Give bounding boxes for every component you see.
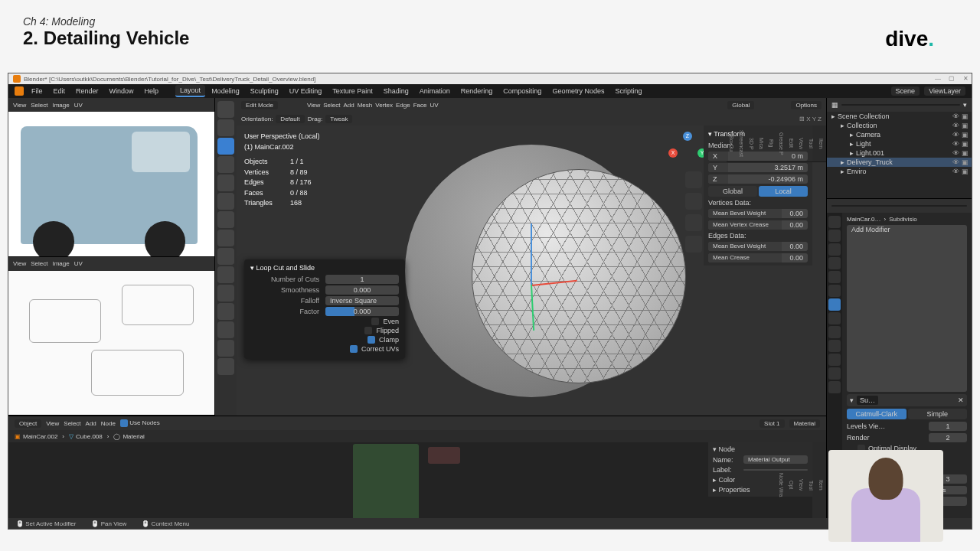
node-output[interactable] bbox=[428, 447, 460, 464]
modifier-name[interactable]: Su… bbox=[857, 396, 878, 405]
ref-menu-view[interactable]: View bbox=[13, 102, 26, 109]
vp-menu-mesh[interactable]: Mesh bbox=[358, 102, 373, 109]
ref-image-van-sketch[interactable] bbox=[8, 271, 214, 416]
perspective-icon[interactable] bbox=[685, 236, 702, 253]
viewport-3d[interactable]: Edit Mode View Select Add Mesh Vertex Ed… bbox=[215, 98, 826, 416]
cuts-field[interactable]: 1 bbox=[325, 275, 399, 284]
window-maximize[interactable]: ▢ bbox=[947, 75, 956, 83]
prop-tab-constraints[interactable] bbox=[828, 340, 841, 352]
scene-select[interactable]: Scene bbox=[891, 86, 920, 96]
vp-menu-select[interactable]: Select bbox=[323, 102, 340, 109]
pivot-dropdown[interactable]: Global bbox=[727, 101, 754, 109]
outliner-row[interactable]: ▸Camera👁▣ bbox=[827, 130, 972, 139]
catmull-btn[interactable]: Catmull-Clark bbox=[847, 409, 906, 419]
camera-icon[interactable] bbox=[685, 214, 702, 231]
vp-menu-view[interactable]: View bbox=[307, 102, 320, 109]
vp-menu-add[interactable]: Add bbox=[343, 102, 354, 109]
slot-dropdown[interactable]: Slot 1 bbox=[760, 419, 784, 428]
workspace-layout[interactable]: Layout bbox=[175, 85, 205, 97]
tool-rotate[interactable] bbox=[217, 156, 234, 173]
npanel-mbw2-val[interactable]: 0.00 bbox=[782, 242, 808, 251]
vp-menu-vertex[interactable]: Vertex bbox=[375, 102, 393, 109]
prop-tab-material[interactable] bbox=[828, 367, 841, 380]
props-bc-0[interactable]: MainCar.0… bbox=[847, 216, 880, 223]
bc-cube[interactable]: ▽Cube.008 bbox=[69, 433, 103, 440]
npanel-global-btn[interactable]: Global bbox=[708, 186, 757, 197]
levels-field[interactable]: 1 bbox=[929, 422, 967, 431]
outliner-row[interactable]: ▸Light👁▣ bbox=[827, 139, 972, 148]
blender-small-icon[interactable] bbox=[15, 86, 24, 96]
ref-image-van-color[interactable] bbox=[8, 112, 214, 256]
clamp-checkbox[interactable] bbox=[368, 336, 375, 344]
prop-tab-modifier[interactable] bbox=[828, 298, 841, 311]
tool-move[interactable] bbox=[217, 138, 234, 155]
flipped-checkbox[interactable] bbox=[364, 327, 372, 334]
workspace-modeling[interactable]: Modeling bbox=[207, 86, 244, 96]
prop-tab-render[interactable] bbox=[828, 216, 841, 228]
prop-tab-physics[interactable] bbox=[828, 326, 841, 338]
ref2-menu-uv[interactable]: UV bbox=[74, 260, 83, 267]
ntab-tool[interactable]: Tool bbox=[806, 126, 816, 162]
npanel-local-btn[interactable]: Local bbox=[759, 186, 808, 197]
modifier-delete-icon[interactable]: ✕ bbox=[958, 396, 964, 404]
viewlayer-select[interactable]: ViewLayer bbox=[924, 86, 965, 96]
workspace-sculpting[interactable]: Sculpting bbox=[246, 86, 283, 96]
tool-annotate[interactable] bbox=[217, 211, 234, 228]
prop-tab-output[interactable] bbox=[828, 230, 841, 242]
tool-loopcut[interactable] bbox=[217, 321, 234, 338]
smooth-field[interactable]: 0.000 bbox=[325, 285, 399, 295]
mode-dropdown[interactable]: Edit Mode bbox=[241, 101, 278, 109]
ref-menu-select[interactable]: Select bbox=[31, 102, 47, 109]
ntab-grease[interactable]: Grease P bbox=[776, 126, 786, 162]
tool-bevel[interactable] bbox=[217, 303, 234, 320]
shader-menu-select[interactable]: Select bbox=[64, 420, 80, 427]
tool-add[interactable] bbox=[217, 248, 234, 265]
npanel-mc-val[interactable]: 0.00 bbox=[782, 253, 808, 262]
outliner-row[interactable]: ▸Delivery_Truck👁▣ bbox=[827, 158, 972, 167]
tool-extrude[interactable] bbox=[217, 266, 234, 283]
drag-dropdown[interactable]: Tweak bbox=[325, 115, 352, 123]
options-dropdown[interactable]: Options bbox=[791, 101, 822, 109]
workspace-texturepaint[interactable]: Texture Paint bbox=[328, 86, 377, 96]
outliner-row[interactable]: ▸Light.001👁▣ bbox=[827, 148, 972, 158]
tool-select[interactable] bbox=[217, 119, 234, 136]
workspace-uvediting[interactable]: UV Editing bbox=[285, 86, 327, 96]
factor-field[interactable]: 0.000 bbox=[325, 307, 399, 316]
uvs-checkbox[interactable] bbox=[350, 345, 358, 353]
tool-measure[interactable] bbox=[217, 230, 234, 246]
modifier-toggle-icon[interactable]: ▾ bbox=[850, 396, 854, 404]
node-color-head[interactable]: Color bbox=[719, 476, 736, 484]
outliner-row[interactable]: ▸Scene Collection👁▣ bbox=[827, 112, 972, 121]
node-properties-head[interactable]: Properties bbox=[719, 486, 750, 494]
prop-tab-particles[interactable] bbox=[828, 312, 841, 324]
shader-object-dropdown[interactable]: Object bbox=[15, 419, 41, 428]
npanel-mbw-val[interactable]: 0.00 bbox=[782, 209, 808, 218]
sntab-opt[interactable]: Opt bbox=[786, 442, 796, 529]
simple-btn[interactable]: Simple bbox=[908, 409, 968, 419]
tool-scale[interactable] bbox=[217, 174, 234, 191]
workspace-rendering[interactable]: Rendering bbox=[456, 86, 498, 96]
workspace-geometrynodes[interactable]: Geometry Nodes bbox=[547, 86, 609, 96]
tool-knife[interactable] bbox=[217, 340, 234, 357]
gizmo-x[interactable]: X bbox=[668, 148, 678, 158]
npanel-z-val[interactable]: -0.24906 m bbox=[728, 174, 808, 184]
filter-icon[interactable]: ▾ bbox=[963, 101, 967, 109]
ref2-menu-select[interactable]: Select bbox=[31, 260, 47, 267]
prop-tab-scene[interactable] bbox=[828, 257, 841, 269]
sntab-tool[interactable]: Tool bbox=[806, 442, 816, 529]
sntab-nodewrap[interactable]: Node Wra bbox=[776, 442, 786, 529]
nav-gizmo[interactable]: Z X Y bbox=[671, 132, 704, 164]
orient-dropdown[interactable]: Default bbox=[276, 115, 304, 123]
ntab-3dp[interactable]: 3D P bbox=[746, 126, 756, 162]
prop-tab-view[interactable] bbox=[828, 243, 841, 256]
prop-tab-object[interactable] bbox=[828, 285, 841, 297]
prop-tab-mesh[interactable] bbox=[828, 354, 841, 366]
ntab-screencast[interactable]: Screencast bbox=[737, 126, 746, 162]
vp-menu-uv[interactable]: UV bbox=[430, 102, 438, 109]
vp-menu-face[interactable]: Face bbox=[413, 102, 427, 109]
workspace-shading[interactable]: Shading bbox=[379, 86, 413, 96]
workspace-compositing[interactable]: Compositing bbox=[498, 86, 546, 96]
ntab-edit[interactable]: Edit bbox=[786, 126, 796, 162]
shader-menu-view[interactable]: View bbox=[46, 420, 59, 427]
gizmo-z[interactable]: Z bbox=[683, 132, 692, 141]
